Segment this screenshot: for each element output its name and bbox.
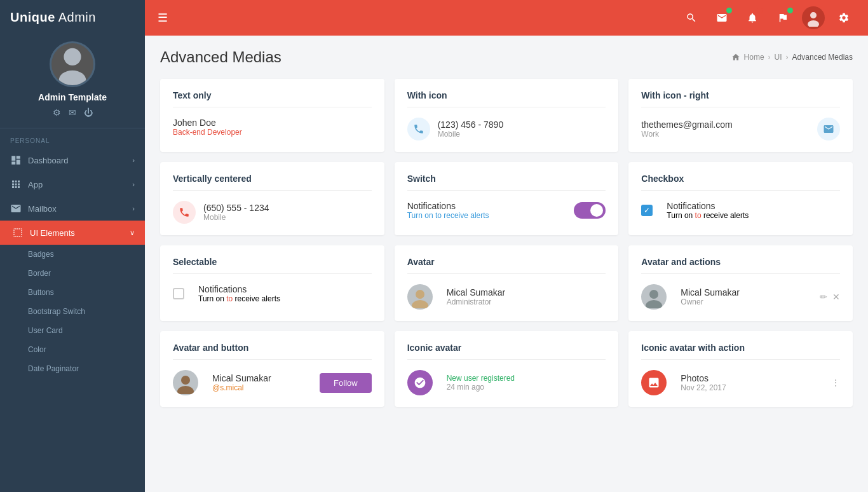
sidebar-item-mailbox[interactable]: Mailbox › <box>0 196 145 221</box>
sidebar-item-app[interactable]: App › <box>0 172 145 196</box>
selectable-sub-link: to <box>226 294 233 303</box>
sidebar-item-dashboard[interactable]: Dashboard › <box>0 148 145 172</box>
card-with-icon-right-title: With icon - right <box>641 90 840 107</box>
selectable-sub: Turn on to receive alerts <box>198 294 372 303</box>
switch-sub: Turn on to receive alerts <box>407 211 574 220</box>
with-icon-phone: (123) 456 - 7890 <box>438 120 606 130</box>
card-with-icon-title: With icon <box>407 90 606 107</box>
iconic-action-date: Nov 22, 2017 <box>681 383 824 392</box>
card-selectable: Selectable Notifications Turn on to rece… <box>160 245 384 321</box>
svg-point-7 <box>646 300 662 308</box>
sidebar-sub-date-paginator[interactable]: Date Paginator <box>0 359 145 378</box>
close-icon[interactable]: ✕ <box>832 292 840 302</box>
mail-icon[interactable] <box>710 6 733 29</box>
sidebar-user-icons: ⚙ ✉ ⏻ <box>53 107 93 118</box>
vc-label: Mobile <box>203 213 372 222</box>
checkbox-checked[interactable]: ✓ <box>641 205 653 216</box>
checkbox-sub: Turn on to receive alerts <box>667 211 840 220</box>
media-with-icon-right: thethemes@gmail.com Work <box>641 118 840 140</box>
media-vertically-centered: (650) 555 - 1234 Mobile <box>173 201 372 224</box>
sidebar-arrow-mailbox: › <box>132 205 135 212</box>
checkbox-sub-link: to <box>695 211 702 220</box>
with-icon-right-email: thethemes@gmail.com <box>641 120 810 130</box>
mail-icon[interactable]: ✉ <box>69 107 76 118</box>
iconic-event: New user registered <box>447 374 606 383</box>
card-with-icon: With icon (123) 456 - 7890 Mobile <box>395 79 619 152</box>
media-avatar-actions: Mical Sumakar Owner ✏ ✕ <box>641 284 840 310</box>
text-only-name: Johen Doe <box>173 118 372 128</box>
avatar-button-img <box>173 370 198 395</box>
card-avatar-button-title: Avatar and button <box>173 343 372 360</box>
flag-badge <box>787 8 793 13</box>
bell-badge <box>757 8 763 13</box>
sidebar-sub-color[interactable]: Color <box>0 340 145 359</box>
brand-unique: Unique <box>10 10 55 24</box>
breadcrumb: Home › UI › Advanced Medias <box>731 53 853 62</box>
topbar: ☰ <box>145 0 868 36</box>
settings-icon[interactable] <box>832 6 855 29</box>
text-only-sub: Back-end Developer <box>173 128 372 137</box>
avatar-actions-role: Owner <box>681 297 812 306</box>
card-avatar-actions-title: Avatar and actions <box>641 257 840 274</box>
search-icon[interactable] <box>680 6 703 29</box>
page-content: Advanced Medias Home › UI › Advanced Med… <box>145 36 868 492</box>
svg-point-6 <box>649 290 658 299</box>
main-content: ☰ Advanced Medias Home <box>145 0 868 492</box>
sidebar-sub-border[interactable]: Border <box>0 264 145 283</box>
checkbox-empty[interactable] <box>173 288 184 299</box>
svg-point-3 <box>808 20 819 27</box>
brand-admin: Admin <box>58 10 96 24</box>
user-avatar[interactable] <box>802 6 825 29</box>
phone-vc-icon <box>173 201 196 224</box>
sidebar-sub-user-card[interactable]: User Card <box>0 321 145 340</box>
sidebar-sub-buttons[interactable]: Buttons <box>0 283 145 302</box>
iconic-avatar-action-icon <box>641 370 667 395</box>
checkbox-sub-end: receive alerts <box>702 211 749 220</box>
brand: Unique Admin <box>0 0 145 35</box>
svg-point-5 <box>412 300 428 308</box>
hamburger-icon[interactable]: ☰ <box>158 11 168 25</box>
media-iconic-avatar-action: Photos Nov 22, 2017 ⋮ <box>641 370 840 395</box>
action-icons: ✏ ✕ <box>820 292 840 302</box>
follow-button[interactable]: Follow <box>320 373 372 393</box>
notification-toggle[interactable] <box>574 202 606 219</box>
card-iconic-avatar-title: Iconic avatar <box>407 343 606 360</box>
svg-point-4 <box>416 290 424 299</box>
card-selectable-title: Selectable <box>173 257 372 274</box>
switch-container: Notifications Turn on to receive alerts <box>407 201 606 220</box>
card-text-only-title: Text only <box>173 90 372 107</box>
bell-icon[interactable] <box>741 6 764 29</box>
sidebar-sub-badges[interactable]: Badges <box>0 245 145 264</box>
avatar-actions-img <box>641 284 667 310</box>
svg-point-8 <box>181 376 190 385</box>
sidebar-item-mailbox-label: Mailbox <box>28 204 57 214</box>
sidebar-item-app-label: App <box>28 180 43 189</box>
sidebar: Unique Admin Admin Template ⚙ ✉ ⏻ PERSON… <box>0 0 145 492</box>
edit-icon[interactable]: ✏ <box>820 292 827 302</box>
avatar-img <box>407 284 433 310</box>
sidebar-user-section: Admin Template ⚙ ✉ ⏻ <box>0 35 145 128</box>
page-header: Advanced Medias Home › UI › Advanced Med… <box>160 48 853 66</box>
selectable-sub-end: receive alerts <box>233 294 280 303</box>
svg-point-0 <box>64 48 81 65</box>
avatar-button-name: Mical Sumakar <box>212 373 312 383</box>
breadcrumb-home[interactable]: Home <box>744 53 764 62</box>
card-switch: Switch Notifications Turn on to receive … <box>395 162 619 235</box>
breadcrumb-ul[interactable]: UI <box>775 53 782 62</box>
sidebar-sub-bootstrap-switch[interactable]: Bootstrap Switch <box>0 302 145 321</box>
more-icon[interactable]: ⋮ <box>831 378 840 388</box>
power-icon[interactable]: ⏻ <box>84 107 93 118</box>
svg-point-9 <box>177 386 194 394</box>
gear-icon[interactable]: ⚙ <box>53 107 61 118</box>
iconic-action-more: ⋮ <box>831 378 840 388</box>
sidebar-item-ui-elements[interactable]: UI Elements ∨ <box>0 221 145 245</box>
page-title: Advanced Medias <box>160 48 281 66</box>
iconic-time: 24 min ago <box>447 383 606 392</box>
sidebar-item-ui-elements-label: UI Elements <box>30 228 75 238</box>
phone-icon <box>407 118 430 140</box>
flag-icon[interactable] <box>771 6 794 29</box>
card-vertically-centered: Vertically centered (650) 555 - 1234 Mob… <box>160 162 384 235</box>
iconic-action-name: Photos <box>681 373 824 383</box>
card-avatar-button: Avatar and button Mical Sumakar @s.mical… <box>160 331 384 407</box>
media-iconic-avatar: New user registered 24 min ago <box>407 370 606 395</box>
